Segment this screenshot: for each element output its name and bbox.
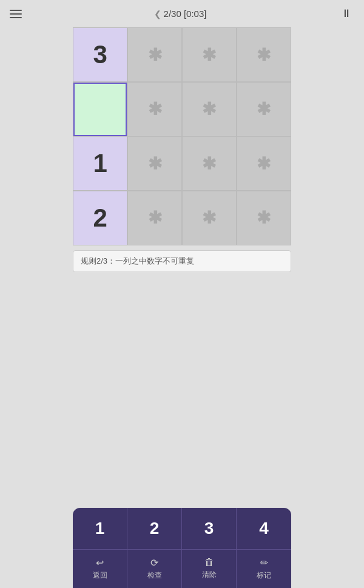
- top-bar: ❮ 2/30 [0:03] ⏸: [0, 0, 364, 27]
- cell-asterisk: ✱: [202, 208, 216, 228]
- cell-2-1[interactable]: ✱: [128, 137, 181, 190]
- action-check-label: 检查: [147, 570, 162, 581]
- back-icon: ↩: [96, 557, 104, 569]
- cell-value: 3: [93, 40, 107, 69]
- action-clear[interactable]: 🗑 清除: [182, 550, 237, 588]
- cell-0-2[interactable]: ✱: [183, 28, 236, 81]
- numpad-2[interactable]: 2: [127, 508, 182, 549]
- cell-asterisk: ✱: [257, 45, 271, 65]
- numpad-numbers: 1 2 3 4: [73, 508, 291, 550]
- cell-asterisk: ✱: [202, 154, 216, 174]
- cell-value: 2: [93, 203, 107, 233]
- clear-icon: 🗑: [204, 557, 214, 568]
- numpad: 1 2 3 4 ↩ 返回 ⟳ 检查 🗑 清除 ✏ 标记: [73, 508, 291, 588]
- cell-asterisk: ✱: [202, 99, 216, 119]
- sudoku-grid: 3 ✱ ✱ ✱ ✱ ✱ ✱ 1 ✱ ✱ ✱ 2 ✱ ✱ ✱: [73, 27, 291, 245]
- cell-asterisk: ✱: [202, 45, 216, 65]
- cell-2-2[interactable]: ✱: [183, 137, 236, 190]
- menu-button[interactable]: [7, 7, 24, 21]
- numpad-1[interactable]: 1: [73, 508, 127, 549]
- cell-1-3[interactable]: ✱: [237, 83, 291, 136]
- cell-0-1[interactable]: ✱: [128, 28, 181, 81]
- cell-asterisk: ✱: [148, 45, 162, 65]
- action-check[interactable]: ⟳ 检查: [127, 550, 182, 588]
- cell-asterisk: ✱: [257, 99, 271, 119]
- numpad-actions: ↩ 返回 ⟳ 检查 🗑 清除 ✏ 标记: [73, 550, 291, 588]
- action-back[interactable]: ↩ 返回: [73, 550, 127, 588]
- cell-2-0[interactable]: 1: [73, 137, 127, 190]
- cell-1-1[interactable]: ✱: [128, 83, 181, 136]
- mark-icon: ✏: [260, 557, 268, 569]
- action-back-label: 返回: [93, 570, 107, 581]
- cell-2-3[interactable]: ✱: [237, 137, 291, 190]
- action-clear-label: 清除: [202, 570, 217, 580]
- numpad-4[interactable]: 4: [237, 508, 291, 549]
- progress-info: ❮ 2/30 [0:03]: [154, 9, 207, 19]
- action-mark-label: 标记: [257, 570, 271, 581]
- cell-0-0[interactable]: 3: [73, 28, 127, 81]
- cell-asterisk: ✱: [257, 154, 271, 174]
- action-mark[interactable]: ✏ 标记: [237, 550, 291, 588]
- progress-text: 2/30 [0:03]: [164, 9, 207, 19]
- cell-1-2[interactable]: ✱: [183, 83, 236, 136]
- grid-container: 3 ✱ ✱ ✱ ✱ ✱ ✱ 1 ✱ ✱ ✱ 2 ✱ ✱ ✱ 规则2/3：一列之中…: [73, 27, 291, 272]
- cell-1-0[interactable]: [73, 83, 127, 136]
- cell-asterisk: ✱: [257, 208, 271, 228]
- cell-3-0[interactable]: 2: [73, 191, 127, 245]
- cell-asterisk: ✱: [148, 154, 162, 174]
- pause-button[interactable]: ⏸: [336, 5, 357, 22]
- numpad-3[interactable]: 3: [182, 508, 237, 549]
- cell-0-3[interactable]: ✱: [237, 28, 291, 81]
- rule-hint: 规则2/3：一列之中数字不可重复: [73, 250, 291, 272]
- cell-3-1[interactable]: ✱: [128, 191, 181, 245]
- cell-3-3[interactable]: ✱: [237, 191, 291, 245]
- check-icon: ⟳: [150, 557, 158, 569]
- cell-3-2[interactable]: ✱: [183, 191, 236, 245]
- cell-asterisk: ✱: [148, 99, 162, 119]
- back-arrow[interactable]: ❮: [154, 9, 161, 19]
- cell-asterisk: ✱: [148, 208, 162, 228]
- cell-value: 1: [93, 149, 107, 178]
